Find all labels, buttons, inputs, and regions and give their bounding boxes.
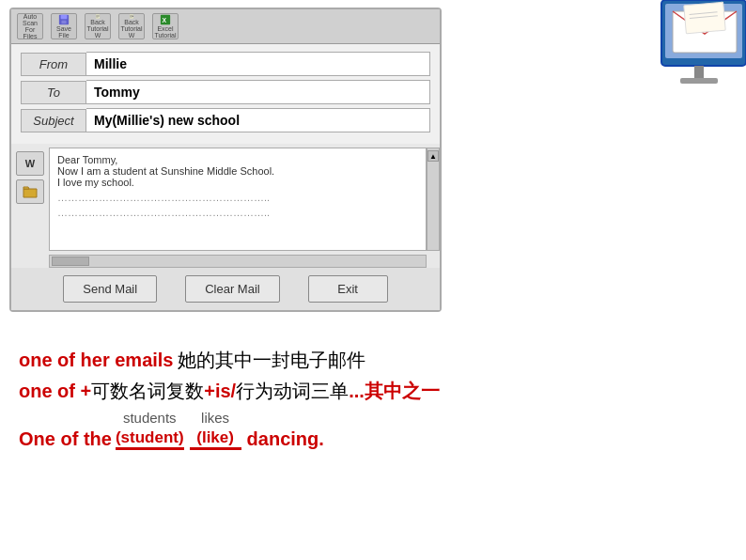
toolbar-label-4: Back Tutorial W (119, 19, 144, 39)
to-label: To (21, 81, 86, 104)
line3-start: One of the (19, 428, 112, 450)
email-window: Auto Scan For Files Save File Back Tutor… (9, 8, 442, 312)
to-value: Tommy (86, 80, 430, 104)
from-row: From Millie (21, 52, 430, 76)
line2: one of +可数名词复数+is/行为动词三单...其中之一 (19, 379, 727, 404)
toolbar-label-5: Excel Tutorial (153, 25, 178, 39)
svg-rect-11 (130, 17, 132, 18)
svg-rect-16 (694, 66, 704, 80)
blank1-hint: (student) (116, 428, 184, 446)
line2-part2: +is/ (204, 381, 236, 401)
subject-label: Subject (21, 109, 86, 132)
line1-chinese: 她的其中一封电子邮件 (178, 350, 365, 370)
body-line1: Dear Tommy, (57, 154, 418, 165)
toolbar-icon-save[interactable]: Save File (51, 13, 77, 39)
email-body-sidebar: W (11, 148, 49, 251)
from-value: Millie (86, 52, 430, 76)
blank2-hint: (like) (196, 428, 234, 446)
body-line2: Now I am a student at Sunshine Middle Sc… (57, 165, 418, 177)
clear-mail-button[interactable]: Clear Mail (185, 275, 280, 303)
horizontal-scrollbar[interactable] (49, 255, 427, 268)
svg-rect-5 (96, 15, 100, 16)
line2-part1: one of + (19, 381, 91, 401)
email-form: From Millie To Tommy Subject My(Millie's… (11, 44, 440, 144)
toolbar-label-1: Auto Scan For Files (18, 13, 42, 39)
from-label: From (21, 53, 86, 76)
email-body-text: Dear Tommy, Now I am a student at Sunshi… (49, 148, 427, 251)
top-section: Auto Scan For Files Save File Back Tutor… (0, 0, 746, 338)
svg-rect-6 (96, 16, 100, 17)
toolbar-icon-green[interactable]: Auto Scan For Files (17, 13, 43, 39)
scrollbar[interactable]: ▲ (427, 148, 440, 251)
body-dots1: …………………………………………………….. (57, 192, 418, 203)
subject-row: Subject My(Millie's) new school (21, 108, 430, 132)
to-row: To Tommy (21, 80, 430, 104)
blank1-above: students (116, 410, 184, 426)
body-line3: I love my school. (57, 177, 418, 188)
blank2-above: likes (190, 410, 241, 426)
body-dots2: …………………………………………………….. (57, 207, 418, 218)
scroll-up[interactable]: ▲ (427, 150, 439, 162)
toolbar-label-3: Back Tutorial W (85, 19, 110, 39)
toolbar-icon-back1[interactable]: Back Tutorial W (85, 13, 111, 39)
bottom-section: one of her emails 她的其中一封电子邮件 one of +可数名… (0, 338, 746, 463)
email-body-wrapper: W Dear Tommy, Now I am a student at Suns… (11, 148, 440, 251)
svg-text:X: X (163, 17, 167, 23)
exit-button[interactable]: Exit (308, 275, 388, 303)
line2-chinese2: 行为动词三单 (236, 381, 349, 401)
line3-end: dancing. (247, 428, 324, 450)
toolbar: Auto Scan For Files Save File Back Tutor… (11, 9, 440, 44)
line3: One of the students (student) likes (lik… (19, 410, 727, 450)
hscroll-thumb (52, 257, 89, 266)
toolbar-icon-back2[interactable]: Back Tutorial W (118, 13, 145, 39)
line1-red: one of her emails (19, 350, 174, 370)
svg-rect-17 (680, 78, 718, 84)
word-button[interactable]: W (16, 151, 44, 176)
monitor-decoration (633, 0, 746, 103)
line1: one of her emails 她的其中一封电子邮件 (19, 348, 727, 373)
svg-rect-2 (61, 15, 68, 19)
svg-rect-3 (61, 21, 66, 23)
buttons-row: Send Mail Clear Mail Exit (11, 268, 440, 310)
line2-part3: ...其中之一 (349, 381, 440, 401)
line2-chinese1: 可数名词复数 (91, 381, 204, 401)
send-mail-button[interactable]: Send Mail (63, 275, 157, 303)
svg-rect-7 (96, 17, 99, 18)
svg-rect-9 (130, 15, 133, 16)
folder-button[interactable] (16, 179, 44, 204)
toolbar-label-2: Save File (52, 25, 76, 39)
toolbar-icon-excel[interactable]: X Excel Tutorial (152, 13, 179, 39)
subject-value: My(Millie's) new school (86, 108, 430, 132)
